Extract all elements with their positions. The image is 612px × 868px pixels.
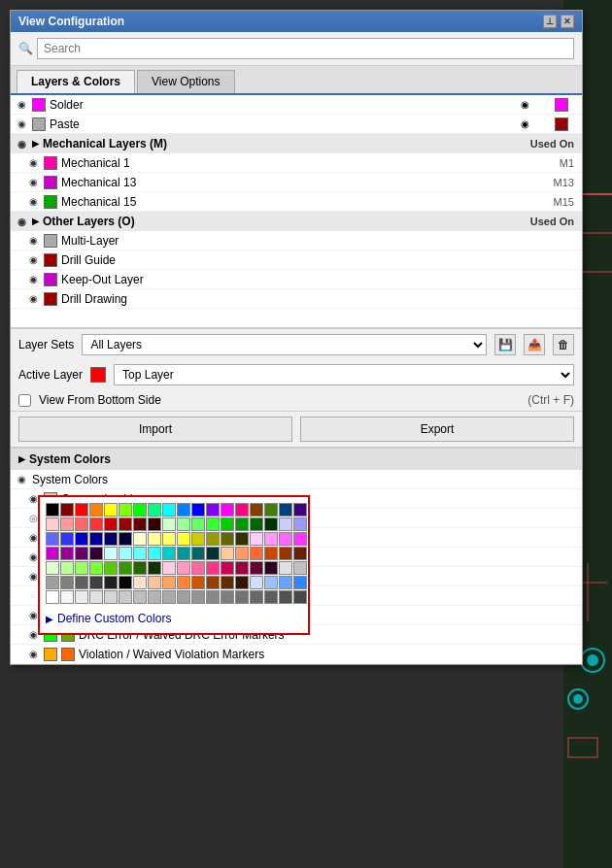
color-cell[interactable] [119,503,132,517]
color-cell[interactable] [250,561,263,575]
color-cell[interactable] [133,590,147,604]
define-custom-colors[interactable]: ▶ Define Custom Colors [46,610,302,627]
color-cell[interactable] [133,561,147,575]
eye2-solder[interactable]: ◉ [518,98,531,112]
color-cell[interactable] [104,532,118,546]
pin-button[interactable]: ⊥ [543,15,557,28]
color-cell[interactable] [162,547,176,560]
close-button[interactable]: ✕ [561,15,574,28]
color-cell[interactable] [235,576,249,589]
swatch-mech1[interactable] [44,156,57,170]
color-cell[interactable] [148,503,161,517]
color-cell[interactable] [148,517,161,531]
color-cell[interactable] [148,532,161,546]
color-cell[interactable] [162,517,176,531]
color-cell[interactable] [293,517,307,531]
color-cell[interactable] [235,561,249,575]
swatch-drillguide[interactable] [44,253,57,267]
color-cell[interactable] [60,590,74,604]
color-cell[interactable] [191,517,205,531]
swatch1-violation[interactable] [44,648,57,661]
color-cell[interactable] [293,532,307,546]
color-cell[interactable] [293,503,307,517]
color-cell[interactable] [75,547,88,560]
color-cell[interactable] [104,547,118,560]
color-cell[interactable] [191,576,205,589]
color-cell[interactable] [148,561,161,575]
color-cell[interactable] [89,532,103,546]
swatch-drilldraw[interactable] [44,292,57,306]
color-cell[interactable] [46,517,59,531]
swatch2-violation[interactable] [61,648,75,661]
color-cell[interactable] [191,561,205,575]
color-cell[interactable] [279,576,292,589]
color-cell[interactable] [89,590,103,604]
color-cell[interactable] [264,590,278,604]
color-cell[interactable] [235,503,249,517]
search-input[interactable] [37,38,574,59]
color-cell[interactable] [177,547,190,560]
color-cell[interactable] [177,503,190,517]
eye-multilayer[interactable] [26,234,40,248]
import-button[interactable]: Import [18,417,292,442]
expand-system-colors[interactable]: ▶ [18,454,25,464]
color-cell[interactable] [162,561,176,575]
eye-mech15[interactable] [26,195,40,209]
color-cell[interactable] [250,503,263,517]
eye-paste[interactable] [15,117,28,131]
color-cell[interactable] [119,576,132,589]
color-cell[interactable] [221,561,234,575]
color-cell[interactable] [133,532,147,546]
color-cell[interactable] [162,590,176,604]
color-cell[interactable] [279,517,292,531]
color-cell[interactable] [46,576,59,589]
color-cell[interactable] [206,561,220,575]
color-cell[interactable] [148,590,161,604]
color-cell[interactable] [162,576,176,589]
layer-sets-dropdown[interactable]: All Layers Signal Layers Copper Layers [82,334,487,355]
color-cell[interactable] [89,547,103,560]
color-cell[interactable] [279,590,292,604]
color-cell[interactable] [75,576,88,589]
swatch2-paste[interactable] [555,117,568,131]
eye-drilldraw[interactable] [26,292,40,306]
eye-violation[interactable] [26,648,40,661]
color-cell[interactable] [60,547,74,560]
color-cell[interactable] [162,532,176,546]
eye-solder[interactable] [15,98,28,112]
color-cell[interactable] [279,561,292,575]
color-cell[interactable] [206,576,220,589]
color-cell[interactable] [177,576,190,589]
color-cell[interactable] [46,532,59,546]
eye-keepout[interactable] [26,273,40,286]
expand-mechanical[interactable]: ▶ [32,139,39,149]
color-cell[interactable] [75,561,88,575]
color-cell[interactable] [46,503,59,517]
color-cell[interactable] [119,547,132,560]
color-cell[interactable] [119,590,132,604]
color-cell[interactable] [279,503,292,517]
color-cell[interactable] [264,503,278,517]
color-cell[interactable] [221,547,234,560]
color-cell[interactable] [75,590,88,604]
color-cell[interactable] [206,547,220,560]
color-cell[interactable] [89,576,103,589]
swatch-multilayer[interactable] [44,234,57,248]
eye-mech13[interactable] [26,176,40,189]
color-cell[interactable] [279,547,292,560]
color-cell[interactable] [104,503,118,517]
color-cell[interactable] [104,590,118,604]
color-cell[interactable] [250,547,263,560]
color-cell[interactable] [60,517,74,531]
color-cell[interactable] [60,576,74,589]
color-cell[interactable] [293,547,307,560]
color-cell[interactable] [104,576,118,589]
color-cell[interactable] [119,561,132,575]
color-cell[interactable] [148,547,161,560]
view-from-bottom-checkbox[interactable] [18,394,31,407]
swatch-keepout[interactable] [44,273,57,286]
tab-layers-colors[interactable]: Layers & Colors [17,70,135,93]
color-cell[interactable] [206,517,220,531]
color-cell[interactable] [89,503,103,517]
color-cell[interactable] [177,532,190,546]
